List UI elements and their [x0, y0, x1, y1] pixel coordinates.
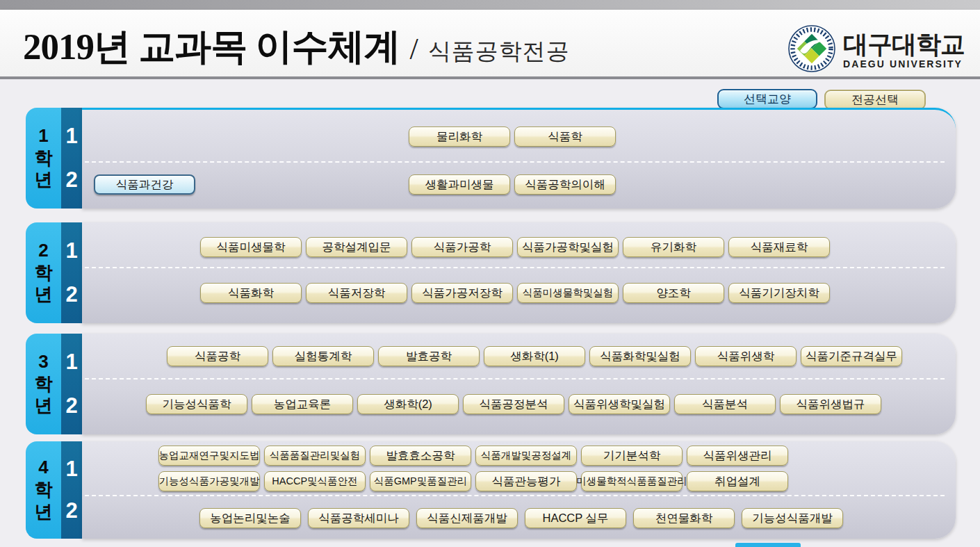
year-2-tab: 2 학 년: [26, 222, 61, 323]
course-button[interactable]: 식품GMP및품질관리: [370, 471, 471, 491]
year-3-semester-strip: 1 2: [61, 334, 82, 434]
course-button[interactable]: 농업교재연구및지도법: [158, 446, 260, 466]
course-button[interactable]: 식품위생법규: [780, 394, 881, 414]
university-name-kr: 대구대학교: [843, 32, 965, 57]
page-title: 2019년 교과목 이수체계 / 식품공학전공: [23, 22, 570, 72]
year-2-content: 식품미생물학 공학설계입문 식품가공학 식품가공학및실험 유기화학 식품재료학 …: [82, 222, 956, 323]
bottom-accent-shape: [735, 543, 801, 547]
course-button[interactable]: 식품미생물학및실험: [517, 283, 619, 303]
semester-divider: [85, 378, 945, 379]
course-button[interactable]: 실험통계학: [272, 346, 374, 366]
year-4-digit: 4: [38, 457, 48, 479]
legend-major-elective-button[interactable]: 전공선택: [824, 90, 926, 110]
semester-2-number: 2: [65, 498, 77, 523]
university-seal-icon: [787, 24, 836, 76]
course-button[interactable]: 물리화학: [409, 126, 510, 147]
title-main: 2019년 교과목 이수체계: [23, 22, 400, 72]
year-2-digit: 2: [38, 240, 48, 262]
course-button[interactable]: 식품기준규격실무: [801, 346, 902, 366]
course-button[interactable]: HACCP및식품안전: [264, 471, 366, 491]
year-4-semester-strip: 1 2: [61, 441, 82, 539]
legend-elective-liberal-button[interactable]: 선택교양: [717, 89, 817, 109]
year-1-content: 물리화학 식품학 식품과건강 생활과미생물 식품공학의이해: [82, 108, 956, 209]
university-logo-text: 대구대학교 DAEGU UNIVERSITY: [843, 32, 965, 69]
course-button[interactable]: 기능성식품개발: [742, 508, 843, 528]
course-button[interactable]: 식품품질관리및실험: [264, 446, 366, 466]
course-button[interactable]: 천연물화학: [633, 508, 735, 528]
course-button[interactable]: 식품관능평가: [475, 471, 577, 491]
course-button[interactable]: 식품가공학: [411, 237, 513, 257]
university-logo: 대구대학교 DAEGU UNIVERSITY: [787, 24, 965, 76]
year-3-content: 식품공학 실험통계학 발효공학 생화학(1) 식품화학및실험 식품위생학 식품기…: [82, 334, 956, 434]
course-button[interactable]: 기능성식품가공및개발: [158, 471, 260, 491]
course-button[interactable]: 생화학(1): [484, 346, 585, 366]
year-3-sem-1-lane: 식품공학 실험통계학 발효공학 생화학(1) 식품화학및실험 식품위생학 식품기…: [82, 346, 956, 366]
course-button[interactable]: HACCP 실무: [525, 508, 626, 528]
year-1-panel: 1 학 년 1 2 물리화학 식품학 식품과건강 생활과미생물 식품공학의이해: [26, 108, 956, 209]
semester-2-number: 2: [65, 282, 77, 307]
course-button[interactable]: 식품공정분석: [463, 394, 564, 414]
top-gradient-bar: [0, 0, 980, 10]
course-button[interactable]: 발효공학: [378, 346, 480, 366]
course-button[interactable]: 식품저장학: [306, 283, 407, 303]
year-2-semester-strip: 1 2: [61, 222, 82, 323]
header: 2019년 교과목 이수체계 / 식품공학전공 대구대학교 DAEGU UNIV…: [0, 10, 980, 79]
course-button[interactable]: 식품가공저장학: [411, 283, 513, 303]
course-button[interactable]: 식품공학: [167, 346, 268, 366]
course-button[interactable]: 식품신제품개발: [416, 508, 518, 528]
semester-1-number: 1: [65, 457, 77, 482]
course-button[interactable]: 농업논리및논술: [199, 508, 301, 528]
course-button[interactable]: 식품분석: [674, 394, 776, 414]
course-button[interactable]: 식품재료학: [728, 237, 830, 257]
course-button[interactable]: 식품공학의이해: [514, 174, 616, 195]
course-button[interactable]: 생화학(2): [357, 394, 459, 414]
course-button[interactable]: 식품화학: [200, 283, 302, 303]
semester-divider: [85, 161, 945, 163]
course-button[interactable]: 식품위생관리: [687, 446, 788, 466]
year-3-panel: 3 학 년 1 2 식품공학 실험통계학 발효공학 생화학(1) 식품화학및실험…: [26, 334, 956, 434]
year-4-sem-1-lane-row-2: 기능성식품가공및개발 HACCP및식품안전 식품GMP및품질관리 식품관능평가 …: [82, 471, 956, 491]
year-1-sem-1-lane: 물리화학 식품학: [82, 126, 956, 147]
title-divider: /: [410, 31, 418, 67]
course-button[interactable]: 식품가공학및실험: [517, 237, 619, 257]
course-button[interactable]: 유기화학: [623, 237, 724, 257]
course-button[interactable]: 식품미생물학: [200, 237, 302, 257]
year-1-tab: 1 학 년: [26, 108, 61, 209]
year-1-sem-2-lane: 식품과건강 생활과미생물 식품공학의이해: [82, 174, 956, 195]
course-button[interactable]: 취업설계: [687, 471, 788, 491]
course-button[interactable]: 공학설계입문: [306, 237, 407, 257]
course-button[interactable]: 식품기기장치학: [728, 283, 830, 303]
year-4-panel: 4 학 년 1 2 농업교재연구및지도법 식품품질관리및실험 발효효소공학 식품…: [26, 441, 956, 539]
course-button[interactable]: 발효효소공학: [370, 446, 471, 466]
course-button[interactable]: 생활과미생물: [409, 174, 510, 195]
course-button[interactable]: 식품과건강: [94, 174, 195, 195]
semester-1-number: 1: [65, 238, 77, 263]
course-button[interactable]: 기기분석학: [581, 446, 683, 466]
year-4-sem-2-lane: 농업논리및논술 식품공학세미나 식품신제품개발 HACCP 실무 천연물화학 기…: [82, 508, 956, 528]
course-button[interactable]: 농업교육론: [252, 394, 353, 414]
course-button[interactable]: 식품화학및실험: [589, 346, 691, 366]
year-4-sem-1-lane-row-1: 농업교재연구및지도법 식품품질관리및실험 발효효소공학 식품개발및공정설계 기기…: [82, 446, 956, 466]
course-button[interactable]: 식품위생학: [695, 346, 797, 366]
curriculum-canvas: 선택교양 전공선택 1 학 년 1 2 물리화학 식품학 식품과건강 생활과미생…: [0, 79, 980, 547]
course-button[interactable]: 식품개발및공정설계: [475, 446, 577, 466]
course-button[interactable]: 양조학: [623, 283, 724, 303]
year-4-content: 농업교재연구및지도법 식품품질관리및실험 발효효소공학 식품개발및공정설계 기기…: [82, 441, 956, 539]
course-button[interactable]: 기능성식품학: [146, 394, 247, 414]
semester-2-number: 2: [65, 393, 77, 418]
title-subtitle: 식품공학전공: [428, 36, 570, 67]
course-button[interactable]: 식품공학세미나: [308, 508, 409, 528]
year-1-semester-strip: 1 2: [61, 108, 82, 209]
year-2-sem-2-lane: 식품화학 식품저장학 식품가공저장학 식품미생물학및실험 양조학 식품기기장치학: [82, 283, 956, 303]
semester-divider: [85, 495, 945, 496]
semester-divider: [85, 267, 945, 268]
year-1-digit: 1: [38, 125, 48, 147]
semester-1-number: 1: [65, 124, 77, 149]
year-2-sem-1-lane: 식품미생물학 공학설계입문 식품가공학 식품가공학및실험 유기화학 식품재료학: [82, 237, 956, 257]
year-3-sem-2-lane: 기능성식품학 농업교육론 생화학(2) 식품공정분석 식품위생학및실험 식품분석…: [82, 394, 956, 414]
year-3-digit: 3: [38, 351, 48, 373]
course-button[interactable]: 식품학: [514, 126, 616, 147]
semester-1-number: 1: [65, 350, 77, 375]
course-button[interactable]: 식품위생학및실험: [569, 394, 670, 414]
course-button[interactable]: 미생물학적식품품질관리: [581, 471, 683, 491]
